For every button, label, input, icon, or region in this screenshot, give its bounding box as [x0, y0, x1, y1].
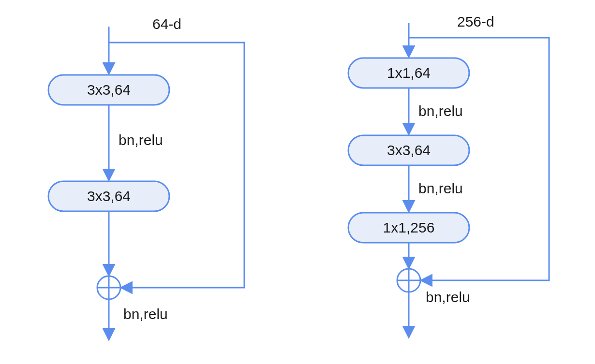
top-label-right: 256-d	[457, 14, 494, 29]
right-diagram: 256-d 1x1,64 bn,relu 3x3,64 bn,relu 1x1,…	[348, 14, 549, 336]
left-diagram: 64-d 3x3,64 bn,relu 3x3,64 bn,relu	[48, 16, 244, 338]
conv-block-right-3-label: 1x1,256	[383, 219, 435, 235]
add-op-left	[97, 276, 120, 299]
top-label-left: 64-d	[152, 16, 181, 32]
edge-right-1-label: bn,relu	[418, 103, 463, 119]
edge-right-2-label: bn,relu	[418, 180, 463, 196]
add-op-right	[397, 269, 420, 292]
conv-block-left-1-label: 3x3,64	[87, 82, 131, 98]
bottom-label-right: bn,relu	[426, 289, 470, 305]
conv-block-right-1-label: 1x1,64	[387, 65, 431, 81]
bottom-label-left: bn,relu	[123, 306, 168, 322]
conv-block-left-2-label: 3x3,64	[87, 188, 131, 204]
conv-block-right-2-label: 3x3,64	[387, 142, 431, 158]
edge-left-1-label: bn,relu	[119, 132, 163, 148]
